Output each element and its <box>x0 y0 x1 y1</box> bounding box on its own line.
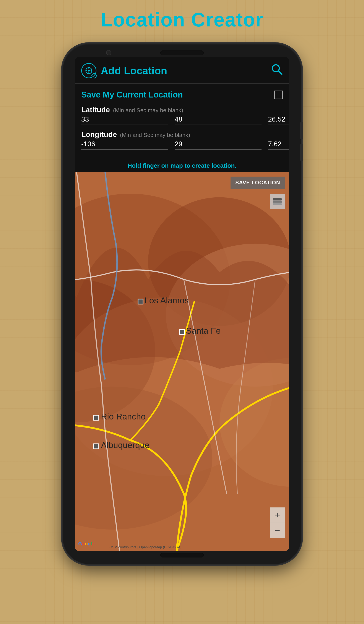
latitude-label-row: Latitude (Min and Sec may be blank) <box>81 105 283 114</box>
latitude-min-input[interactable] <box>175 114 261 125</box>
zoom-in-button[interactable]: + <box>270 507 285 522</box>
layers-button[interactable] <box>270 194 285 209</box>
speaker-bottom <box>160 553 204 557</box>
longitude-hint: (Min and Sec may be blank) <box>120 132 190 138</box>
longitude-sec-input[interactable] <box>268 139 289 150</box>
button-right-top <box>300 122 303 139</box>
terrain-map: Los Alamos Santa Fe Rio Rancho Albuquerq… <box>75 172 289 551</box>
save-current-location-row: Save My Current Location <box>81 90 283 100</box>
svg-rect-20 <box>94 415 99 420</box>
app-header-title: Add Location <box>101 65 271 77</box>
svg-text:Los Alamos: Los Alamos <box>145 296 189 305</box>
layers-icon <box>273 198 282 205</box>
google-logo: Google <box>78 541 95 547</box>
phone-frame: Add Location Save My Current Location La… <box>63 44 301 564</box>
app-header: Add Location <box>75 57 289 84</box>
map-attribution: OSM contributors | OpenTopoMap (CC-BY-SA… <box>109 545 182 549</box>
button-right-bottom <box>300 144 303 161</box>
zoom-out-button[interactable]: − <box>270 523 285 538</box>
save-current-location-checkbox[interactable] <box>274 91 283 99</box>
gps-icon <box>81 63 96 78</box>
svg-text:Santa Fe: Santa Fe <box>186 326 221 335</box>
map-area[interactable]: Los Alamos Santa Fe Rio Rancho Albuquerq… <box>75 172 289 551</box>
svg-rect-22 <box>94 444 99 449</box>
longitude-deg-input[interactable] <box>81 139 168 150</box>
form-area: Save My Current Location Latitude (Min a… <box>75 84 289 159</box>
page-title: Location Creator <box>101 9 263 31</box>
longitude-min-input[interactable] <box>175 139 261 150</box>
save-location-button[interactable]: SAVE LOCATION <box>231 177 285 189</box>
latitude-deg-input[interactable] <box>81 114 168 125</box>
longitude-label-row: Longitude (Min and Sec may be blank) <box>81 130 283 139</box>
save-current-location-label: Save My Current Location <box>81 90 183 100</box>
camera <box>106 50 111 55</box>
longitude-group: Longitude (Min and Sec may be blank) <box>81 130 283 150</box>
latitude-inputs <box>81 114 283 125</box>
speaker-top <box>160 51 204 55</box>
latitude-label: Latitude <box>81 105 110 114</box>
map-hint-bar: Hold finger on map to create location. <box>75 159 289 172</box>
latitude-sec-input[interactable] <box>268 114 289 125</box>
svg-text:Rio Rancho: Rio Rancho <box>101 412 146 421</box>
svg-text:Albuquerque: Albuquerque <box>101 440 150 450</box>
svg-line-7 <box>278 71 282 74</box>
screen: Add Location Save My Current Location La… <box>75 57 289 551</box>
zoom-controls: + − <box>270 507 285 538</box>
svg-point-1 <box>88 70 90 72</box>
svg-rect-18 <box>179 330 184 335</box>
longitude-inputs <box>81 139 283 150</box>
svg-rect-16 <box>138 299 143 304</box>
search-button[interactable] <box>271 63 283 78</box>
latitude-group: Latitude (Min and Sec may be blank) <box>81 105 283 125</box>
longitude-label: Longitude <box>81 130 117 138</box>
latitude-hint: (Min and Sec may be blank) <box>113 107 183 113</box>
